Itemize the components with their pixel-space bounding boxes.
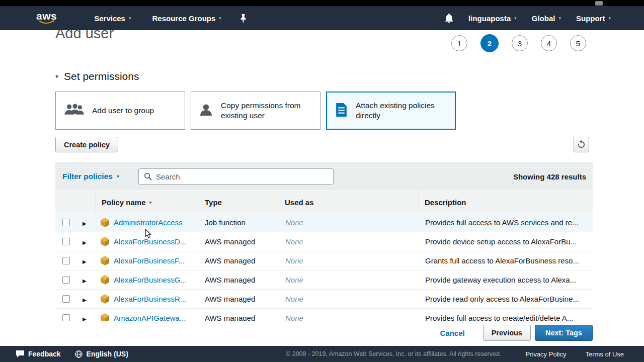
- set-permissions-label: Set permissions: [64, 70, 139, 82]
- policy-type: AWS managed: [199, 276, 279, 284]
- language-selector[interactable]: English (US): [75, 350, 128, 358]
- nav-support-menu[interactable]: Support ▾: [576, 14, 611, 23]
- row-checkbox[interactable]: [62, 238, 70, 245]
- policy-name-link[interactable]: AlexaForBusinessR...: [114, 295, 186, 303]
- policy-type: AWS managed: [199, 237, 279, 246]
- aws-smile-icon: [39, 20, 55, 25]
- policy-name-link[interactable]: AlexaForBusinessF...: [114, 256, 185, 265]
- expand-row-icon[interactable]: ▶: [76, 278, 87, 284]
- table-row[interactable]: ▶ AlexaForBusinessG... AWS managed None …: [55, 270, 593, 290]
- card-attach-existing-policies[interactable]: Attach existing policies directly: [326, 92, 456, 130]
- policy-used-as: None: [279, 256, 419, 265]
- policy-name-link[interactable]: AmazonAPIGatewa...: [114, 314, 186, 321]
- nav-account-menu[interactable]: linguaposta ▾: [468, 14, 517, 23]
- card-add-user-to-group[interactable]: Add user to group: [55, 92, 185, 130]
- filter-policies-dropdown[interactable]: Filter policies ▾: [62, 172, 119, 181]
- wizard-steps: 1 2 3 4 5: [451, 34, 586, 52]
- policy-cube-icon: [101, 256, 109, 265]
- policy-name-link[interactable]: AlexaForBusinessG...: [114, 276, 187, 284]
- nav-services-label: Services: [94, 14, 125, 23]
- policy-search-box: [138, 168, 334, 185]
- expand-row-icon[interactable]: ▶: [76, 221, 87, 226]
- nav-services-menu[interactable]: Services ▾: [94, 14, 131, 23]
- expand-row-icon[interactable]: ▶: [76, 316, 87, 321]
- policy-description: Provide device setup access to AlexaForB…: [419, 237, 593, 246]
- row-checkbox[interactable]: [62, 219, 70, 226]
- nav-resource-groups-menu[interactable]: Resource Groups ▾: [152, 14, 221, 23]
- pin-icon[interactable]: [239, 14, 247, 23]
- next-tags-button[interactable]: Next: Tags: [535, 325, 593, 341]
- window-control-icon[interactable]: [595, 1, 603, 6]
- header-checkbox-column: [55, 191, 76, 213]
- expand-row-icon[interactable]: ▶: [76, 240, 87, 245]
- step-3: 3: [512, 35, 528, 51]
- globe-icon: [75, 350, 83, 358]
- policy-description: Provide read only access to AlexaForBusi…: [419, 295, 593, 303]
- policy-description: Provides full access to AWS services and…: [419, 218, 593, 227]
- step-2-active: 2: [480, 34, 499, 52]
- header-description: Description: [419, 191, 593, 213]
- page-title: Add user: [55, 30, 114, 42]
- header-type: Type: [199, 191, 279, 213]
- header-description-label: Description: [425, 198, 466, 207]
- card-copy-permissions[interactable]: Copy permissions from existing user: [191, 92, 320, 130]
- create-policy-button[interactable]: Create policy: [55, 137, 118, 152]
- header-used-as-label: Used as: [285, 198, 314, 207]
- step-4: 4: [541, 35, 557, 51]
- row-checkbox[interactable]: [62, 257, 70, 264]
- cancel-button[interactable]: Cancel: [440, 329, 464, 337]
- wizard-action-bar: Cancel Previous Next: Tags: [440, 325, 593, 341]
- aws-logo[interactable]: aws: [36, 12, 57, 25]
- chevron-down-icon: ▾: [117, 173, 119, 179]
- policies-table: Policy name ▾ Type Used as Description ▶…: [55, 191, 593, 321]
- expand-row-icon[interactable]: ▶: [76, 259, 87, 264]
- privacy-policy-link[interactable]: Privacy Policy: [526, 350, 567, 358]
- step-1: 1: [451, 35, 467, 51]
- previous-button[interactable]: Previous: [483, 325, 531, 341]
- feedback-button[interactable]: Feedback: [16, 350, 61, 358]
- nav-region-menu[interactable]: Global ▾: [532, 14, 561, 23]
- policy-cube-icon: [101, 237, 109, 246]
- table-row[interactable]: ▶ AdministratorAccess Job function None …: [55, 213, 593, 232]
- table-row[interactable]: ▶ AlexaForBusinessF... AWS managed None …: [55, 251, 593, 270]
- search-icon: [144, 172, 152, 180]
- header-policy-name-label: Policy name: [102, 198, 146, 207]
- policy-used-as: None: [279, 237, 419, 246]
- policy-name-link[interactable]: AlexaForBusinessD...: [114, 237, 186, 246]
- set-permissions-heading[interactable]: ▾ Set permissions: [55, 70, 139, 82]
- feedback-label: Feedback: [28, 350, 61, 358]
- notifications-bell-icon[interactable]: [445, 14, 453, 23]
- expand-row-icon[interactable]: ▶: [76, 297, 87, 303]
- sort-descending-icon: ▾: [149, 200, 152, 205]
- step-5: 5: [570, 35, 586, 51]
- table-row[interactable]: ▶ AmazonAPIGatewa... AWS managed None Pr…: [55, 309, 593, 321]
- header-policy-name[interactable]: Policy name ▾: [96, 191, 199, 213]
- policy-cube-icon: [101, 275, 109, 285]
- row-checkbox[interactable]: [62, 276, 70, 284]
- row-checkbox[interactable]: [62, 295, 70, 303]
- card-label: Attach existing policies directly: [356, 101, 445, 121]
- header-expander-column: [76, 191, 96, 213]
- browser-titlebar: [0, 0, 644, 6]
- chevron-down-icon: ▾: [608, 16, 611, 21]
- table-row[interactable]: ▶ AlexaForBusinessR... AWS managed None …: [55, 290, 593, 309]
- table-row[interactable]: ▶ AlexaForBusinessD... AWS managed None …: [55, 232, 593, 251]
- policy-cube-icon: [101, 313, 109, 321]
- users-group-icon: [64, 103, 84, 119]
- header-used-as: Used as: [279, 191, 419, 213]
- policy-type: AWS managed: [199, 314, 279, 321]
- policy-description: Provides full access to create/edit/dele…: [419, 314, 593, 321]
- policy-name-link[interactable]: AdministratorAccess: [114, 218, 183, 227]
- terms-of-use-link[interactable]: Terms of Use: [585, 350, 624, 358]
- card-label: Add user to group: [92, 106, 154, 116]
- refresh-button[interactable]: [574, 137, 589, 152]
- nav-resource-groups-label: Resource Groups: [152, 14, 215, 23]
- nav-support-label: Support: [576, 14, 605, 23]
- policy-cube-icon: [101, 294, 109, 304]
- search-input[interactable]: [156, 172, 328, 181]
- policy-type: Job function: [199, 218, 279, 227]
- policy-used-as: None: [279, 218, 419, 227]
- row-checkbox[interactable]: [62, 314, 70, 321]
- policy-type: AWS managed: [199, 295, 279, 303]
- results-count: Showing 428 results: [513, 172, 586, 180]
